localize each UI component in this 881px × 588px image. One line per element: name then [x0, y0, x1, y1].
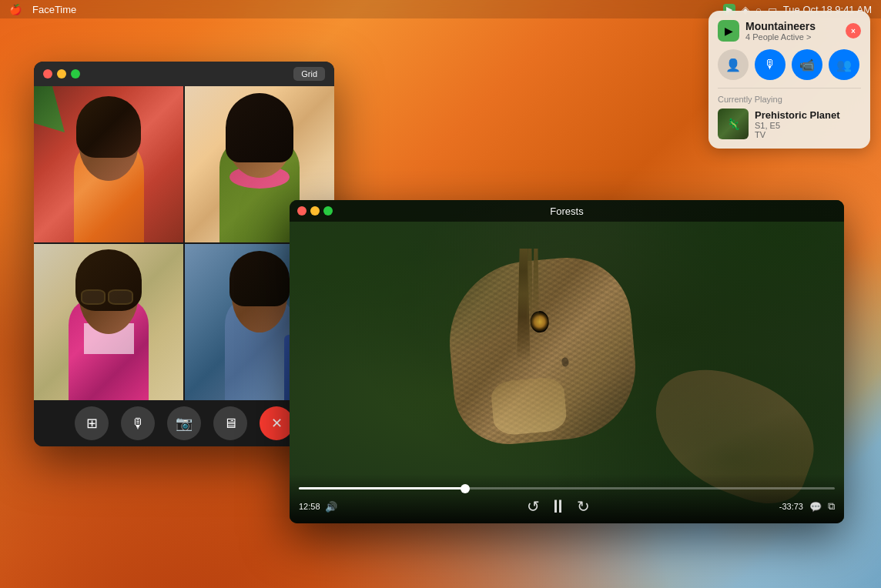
notification-active-count[interactable]: 4 People Active > [745, 32, 816, 42]
video-controls-right: -33:73 💬 ⧉ [779, 500, 835, 513]
window-controls [43, 69, 80, 79]
notification-title-group: Mountaineers 4 People Active > [745, 20, 816, 42]
progress-fill [299, 487, 465, 489]
progress-knob[interactable] [461, 484, 470, 493]
notification-group-name: Mountaineers [745, 20, 816, 32]
video-action-button[interactable]: 📹 [792, 49, 822, 80]
time-elapsed: 12:58 [299, 502, 320, 511]
camera-toggle-button[interactable]: 📷 [167, 406, 201, 440]
video-controls-center: ↺ ⏸ ↻ [527, 496, 590, 517]
screen-share-button[interactable]: 🖥 [213, 406, 247, 440]
volume-icon[interactable]: 🔊 [325, 501, 337, 513]
apple-menu[interactable]: 🍎 [9, 4, 22, 15]
person-action-button[interactable]: 👤 [718, 49, 749, 80]
mic-icon: 🎙 [764, 58, 776, 72]
video-icon: 📹 [799, 58, 815, 72]
video-controls-row: 12:58 🔊 ↺ ⏸ ↻ -33:73 💬 ⧉ [299, 496, 835, 517]
currently-playing-section: Currently Playing 🦎 Prehistoric Planet S… [718, 88, 861, 139]
media-thumbnail: 🦎 [718, 109, 749, 139]
tile-view-button[interactable]: ⊞ [75, 406, 109, 440]
lizard-nostril [561, 357, 568, 367]
progress-bar[interactable] [299, 487, 835, 489]
maximize-window-button[interactable] [71, 69, 80, 79]
notification-panel: ▶ Mountaineers 4 People Active > × 👤 🎙 📹… [708, 11, 870, 149]
notification-close-button[interactable]: × [846, 23, 861, 38]
shareplay-group-icon: 👥 [836, 58, 852, 72]
subtitles-button[interactable]: 💬 [809, 501, 822, 513]
close-window-button[interactable] [43, 69, 52, 79]
media-source: TV [755, 130, 840, 139]
video-window-title: Forests [550, 205, 583, 217]
mute-button[interactable]: 🎙 [121, 406, 155, 440]
media-info: Prehistoric Planet S1, E5 TV [755, 109, 840, 139]
video-minimize-button[interactable] [310, 206, 320, 215]
video-controls-left: 12:58 🔊 [299, 501, 337, 513]
time-remaining: -33:73 [779, 502, 803, 511]
microphone-icon: 🎙 [131, 416, 145, 432]
tile-view-icon: ⊞ [86, 415, 98, 432]
notification-header: ▶ Mountaineers 4 People Active > × [718, 20, 861, 42]
media-season-episode: S1, E5 [755, 121, 840, 130]
menubar-left: 🍎 FaceTime [9, 4, 76, 15]
camera-icon: 📷 [176, 415, 193, 432]
screen-share-icon: 🖥 [223, 416, 237, 432]
grid-view-button[interactable]: Grid [293, 67, 325, 81]
video-close-button[interactable] [297, 206, 307, 215]
facetime-participant-3 [34, 244, 183, 400]
lizard-head [443, 252, 641, 449]
minimize-window-button[interactable] [57, 69, 66, 79]
pip-button[interactable]: ⧉ [828, 500, 835, 513]
end-call-icon: ✕ [271, 415, 283, 432]
video-controls-bar: 12:58 🔊 ↺ ⏸ ↻ -33:73 💬 ⧉ [290, 474, 844, 523]
mic-action-button[interactable]: 🎙 [755, 49, 786, 80]
notification-actions: 👤 🎙 📹 👥 [718, 49, 861, 80]
fast-forward-button[interactable]: ↻ [577, 497, 590, 516]
video-maximize-button[interactable] [323, 206, 333, 215]
notification-title-row: ▶ Mountaineers 4 People Active > [718, 20, 816, 42]
video-titlebar: Forests [290, 200, 844, 222]
video-player-window: Forests [290, 200, 844, 523]
currently-playing-label: Currently Playing [718, 95, 861, 104]
shareplay-action-button[interactable]: 👥 [829, 49, 859, 80]
facetime-menu[interactable]: FaceTime [32, 4, 76, 15]
end-call-button[interactable]: ✕ [260, 406, 293, 440]
lizard-jaw [490, 376, 568, 436]
facetime-titlebar: Grid [34, 62, 334, 86]
rewind-button[interactable]: ↺ [527, 497, 540, 516]
play-pause-button[interactable]: ⏸ [549, 496, 568, 517]
media-item[interactable]: 🦎 Prehistoric Planet S1, E5 TV [718, 109, 861, 139]
media-title: Prehistoric Planet [755, 109, 840, 121]
video-window-controls [297, 206, 333, 215]
shareplay-app-icon: ▶ [718, 20, 739, 42]
facetime-participant-1 [34, 86, 183, 242]
person-icon: 👤 [725, 58, 741, 72]
